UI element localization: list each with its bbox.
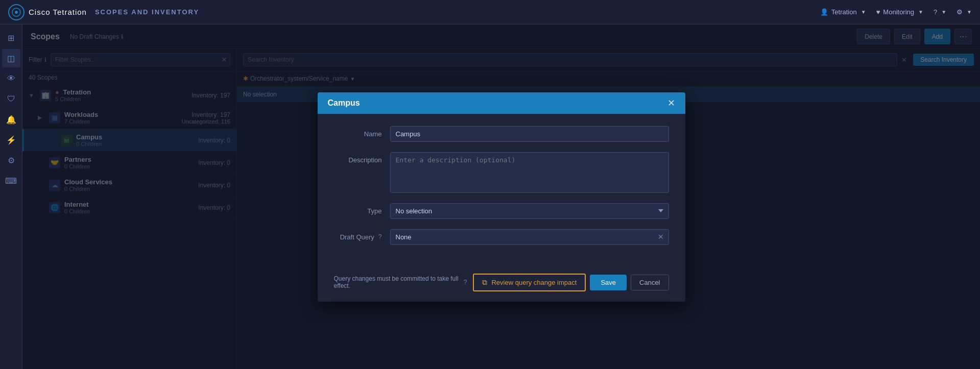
form-group-draft-query: Draft Query ? ✕ (334, 229, 669, 245)
person-icon: 👤 (820, 8, 828, 16)
sidebar-item-platform[interactable]: ⚙ (2, 151, 20, 169)
modal-container: Campus ✕ Name Description (22, 24, 980, 369)
draft-query-wrap: ✕ (390, 229, 669, 245)
review-icon: ⧉ (482, 278, 487, 287)
modal-title: Campus (328, 99, 360, 108)
content-area: Scopes No Draft Changes ℹ Delete Edit Ad… (22, 24, 980, 369)
chevron-down-icon: ▼ (861, 9, 866, 15)
description-input[interactable] (390, 152, 669, 193)
name-label: Name (334, 126, 390, 138)
form-group-name: Name (334, 126, 669, 142)
footer-actions: ⧉ Review query change impact Save Cancel (473, 274, 668, 291)
logo[interactable]: Cisco Tetration (8, 4, 87, 20)
chevron-down-icon: ▼ (941, 9, 946, 15)
sidebar-item-scopes[interactable]: ◫ (2, 49, 20, 67)
chevron-down-icon: ▼ (967, 9, 972, 15)
description-label: Description (334, 152, 390, 164)
modal-footer: Query changes must be committed to take … (318, 267, 685, 302)
cisco-tetration-logo (8, 4, 25, 20)
section-title: SCOPES AND INVENTORY (95, 8, 199, 16)
sidebar-item-visibility[interactable]: 👁 (2, 69, 20, 88)
type-label: Type (334, 203, 390, 215)
cancel-button[interactable]: Cancel (631, 275, 668, 290)
modal-close-button[interactable]: ✕ (667, 99, 675, 108)
settings-menu[interactable]: ⚙ ▼ (957, 8, 972, 16)
main-layout: ⊞ ◫ 👁 🛡 🔔 ⚡ ⚙ ⌨ Scopes No Draft Changes … (0, 24, 980, 369)
top-nav-right: 👤 Tetration ▼ ♥ Monitoring ▼ ? ▼ ⚙ ▼ (820, 8, 972, 16)
save-button[interactable]: Save (590, 275, 627, 290)
draft-query-input[interactable] (390, 229, 669, 245)
modal-header: Campus ✕ (318, 92, 685, 114)
review-query-button[interactable]: ⧉ Review query change impact (473, 274, 586, 291)
campus-modal: Campus ✕ Name Description (318, 92, 685, 302)
footer-help-icon[interactable]: ? (464, 279, 467, 286)
gear-icon: ⚙ (957, 8, 963, 16)
type-select[interactable]: No selection Default Kubernetes AWS Azur… (390, 203, 669, 219)
draft-query-help-icon[interactable]: ? (378, 233, 382, 240)
name-input[interactable] (390, 126, 669, 142)
sidebar-item-alerts[interactable]: 🔔 (2, 110, 20, 129)
top-navigation: Cisco Tetration SCOPES AND INVENTORY 👤 T… (0, 0, 980, 24)
sidebar-item-enforcement[interactable]: ⚡ (2, 131, 20, 149)
modal-body: Name Description Type No selection Defau… (318, 114, 685, 267)
svg-point-2 (15, 11, 18, 14)
form-group-type: Type No selection Default Kubernetes AWS… (334, 203, 669, 219)
help-menu[interactable]: ? ▼ (934, 8, 946, 16)
tetration-menu[interactable]: 👤 Tetration ▼ (820, 8, 866, 16)
question-icon: ? (934, 8, 937, 16)
heart-icon: ♥ (876, 8, 880, 16)
sidebar: ⊞ ◫ 👁 🛡 🔔 ⚡ ⚙ ⌨ (0, 24, 22, 369)
sidebar-item-dashboard[interactable]: ⊞ (2, 29, 20, 47)
sidebar-item-security[interactable]: 🛡 (2, 90, 20, 108)
form-group-description: Description (334, 152, 669, 193)
app-name: Cisco Tetration (29, 8, 87, 16)
draft-query-clear-button[interactable]: ✕ (658, 233, 664, 241)
sidebar-item-api[interactable]: ⌨ (2, 171, 20, 190)
draft-query-label: Draft Query ? (334, 229, 390, 241)
footer-note: Query changes must be committed to take … (334, 275, 467, 289)
monitoring-menu[interactable]: ♥ Monitoring ▼ (876, 8, 923, 16)
chevron-down-icon: ▼ (918, 9, 923, 15)
